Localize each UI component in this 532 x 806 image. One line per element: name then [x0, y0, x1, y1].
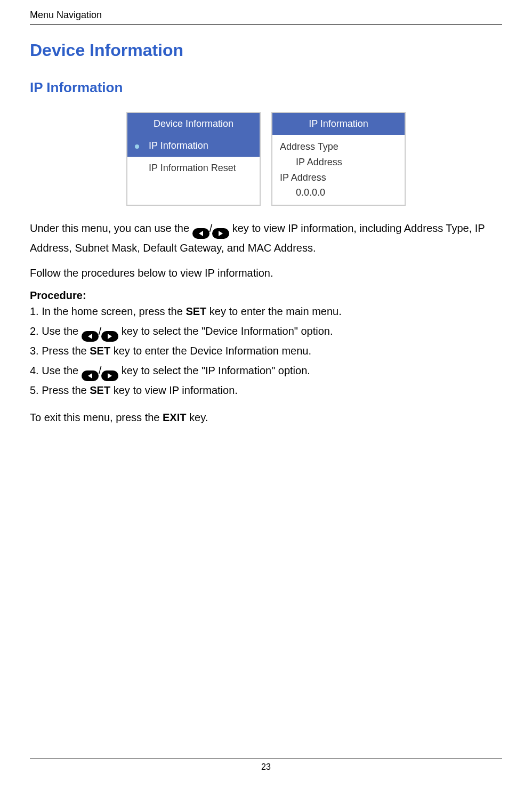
section-title: IP Information	[30, 79, 502, 96]
procedure-step-3: 3. Press the SET key to enter the Device…	[30, 341, 502, 361]
nav-left-key-icon	[82, 366, 99, 377]
page-footer: 23	[30, 759, 502, 772]
paragraph: Follow the procedures below to view IP i…	[30, 263, 502, 283]
text: To exit this menu, press the	[30, 412, 163, 423]
page-title: Device Information	[30, 41, 502, 60]
text: key.	[186, 412, 208, 423]
text: key to enter the Device Information menu…	[110, 345, 311, 357]
set-key-label: SET	[186, 305, 206, 317]
procedure-heading: Procedure:	[30, 289, 502, 302]
nav-right-key-icon	[101, 366, 118, 377]
text: 5. Press the	[30, 384, 90, 396]
set-key-label: SET	[90, 384, 110, 396]
field-value-ip-address: 0.0.0.0	[280, 185, 397, 200]
menu-item-label: IP Information Reset	[135, 163, 236, 174]
exit-note: To exit this menu, press the EXIT key.	[30, 408, 502, 428]
menu-item-ip-information: IP Information	[127, 135, 260, 157]
text: key to select the "Device Information" o…	[122, 325, 333, 337]
footer-rule	[30, 759, 502, 759]
text: 2. Use the	[30, 325, 82, 337]
text: 1. In the home screen, press the	[30, 305, 186, 317]
ip-information-panel: IP Information Address Type IP Address I…	[271, 112, 406, 206]
field-label-ip-address: IP Address	[280, 170, 397, 186]
text: 3. Press the	[30, 345, 90, 357]
menu-item-label: IP Information	[135, 140, 208, 151]
procedure-step-4: 4. Use the / key to select the "IP Infor…	[30, 361, 502, 381]
text: key to view IP information.	[110, 384, 238, 396]
procedure-step-5: 5. Press the SET key to view IP informat…	[30, 381, 502, 400]
text: key to enter the main menu.	[206, 305, 341, 317]
panel-header: IP Information	[272, 113, 405, 135]
header-rule	[30, 24, 502, 25]
text: Under this menu, you can use the	[30, 222, 192, 234]
text: 4. Use the	[30, 365, 82, 376]
nav-right-key-icon	[212, 224, 229, 235]
selection-dot-icon	[135, 144, 139, 149]
panel-body: Address Type IP Address IP Address 0.0.0…	[272, 135, 405, 205]
panel-header: Device Information	[127, 113, 260, 135]
set-key-label: SET	[90, 345, 110, 357]
menu-item-ip-information-reset: IP Information Reset	[127, 157, 260, 179]
procedure-step-1: 1. In the home screen, press the SET key…	[30, 302, 502, 321]
breadcrumb: Menu Navigation	[30, 10, 502, 21]
nav-left-key-icon	[192, 224, 209, 235]
exit-key-label: EXIT	[163, 412, 186, 423]
document-page: Menu Navigation Device Information IP In…	[0, 0, 532, 778]
nav-right-key-icon	[101, 327, 118, 337]
page-number: 23	[30, 762, 502, 772]
text: key to select the "IP Information" optio…	[122, 365, 310, 376]
field-value-address-type: IP Address	[280, 155, 397, 170]
screenshot-row: Device Information IP Information IP Inf…	[30, 112, 502, 206]
procedure-list: 1. In the home screen, press the SET key…	[30, 302, 502, 400]
paragraph: Under this menu, you can use the / key t…	[30, 219, 502, 258]
procedure-step-2: 2. Use the / key to select the "Device I…	[30, 321, 502, 341]
nav-left-key-icon	[82, 327, 99, 337]
field-label-address-type: Address Type	[280, 139, 397, 155]
device-info-menu-panel: Device Information IP Information IP Inf…	[126, 112, 261, 206]
